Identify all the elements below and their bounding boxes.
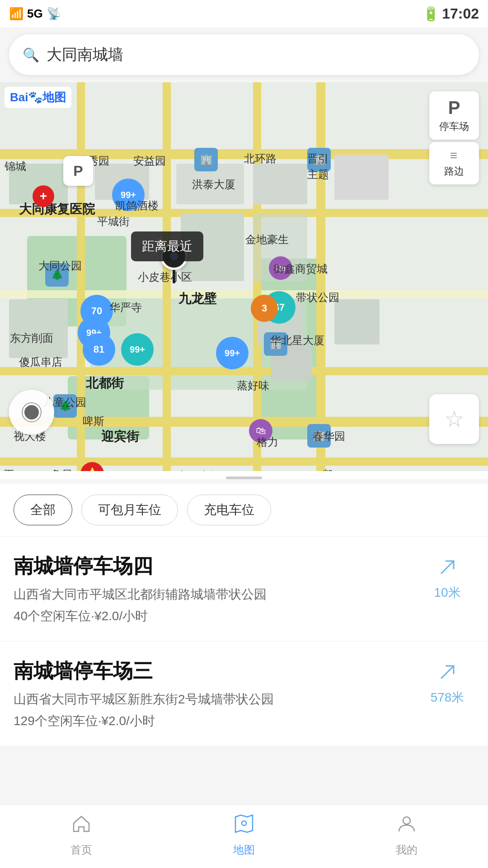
map-label-kaige: 凯鸽酒楼 [115,198,159,213]
map-label-huabei: 华北星大厦 [270,333,324,348]
filter-chip-monthly[interactable]: 可包月车位 [81,495,178,525]
filter-chip-charging[interactable]: 充电车位 [187,495,271,525]
search-input[interactable]: 大同南城墙 [47,44,123,65]
map-label-jinyin: 晋引 [307,151,329,166]
parking-detail-1: 40个空闲车位·¥2.0/小时 [14,608,420,625]
search-bar[interactable]: 🔍 大同南城墙 [9,34,479,75]
hospital-icon: + [33,185,54,207]
map-icon [234,813,254,839]
home-icon [71,813,92,839]
map-label-wuju: 务局 [51,467,72,471]
roadside-icon: ≡ [450,148,458,163]
nav-item-map[interactable]: 地图 [163,805,325,868]
svg-rect-11 [77,82,85,471]
map-label-jingcheng: 锦城 [5,159,26,174]
parking-name-1: 南城墙停车场四 [14,553,420,580]
distance-text-2: 578米 [431,689,465,706]
network-type: 5G [27,7,43,21]
parking-list: 南城墙停车场四 山西省大同市平城区北都街辅路城墙带状公园 40个空闲车位·¥2.… [0,537,488,746]
bottom-nav: 首页 地图 我的 [0,805,488,868]
parking-distance-2[interactable]: 578米 [420,658,474,706]
filter-bar: 全部 可包月车位 充电车位 [0,484,488,537]
parking-lot-icon: P [448,98,460,118]
map-label-zhenghaowei: 蒸好味 [237,378,269,393]
scroll-indicator [226,476,262,479]
building-badge-1[interactable]: 🏢 [194,148,218,171]
map-label-kai: 凯 [323,467,334,471]
parking-name-2: 南城墙停车场三 [14,658,420,684]
parking-addr-1: 山西省大同市平城区北都街辅路城墙带状公园 [14,586,420,603]
map-label-jindi: 金地豪生 [245,232,289,247]
svg-rect-19 [253,164,307,204]
nav-item-profile[interactable]: 我的 [325,805,488,868]
map-label-kangfu: 大同康复医院 [19,201,95,218]
map-label-ping: 平 [4,467,14,471]
nav-arrow-icon-1 [437,557,457,581]
location-button[interactable] [9,390,54,435]
svg-rect-8 [0,367,488,375]
svg-rect-14 [316,82,325,471]
svg-line-27 [441,666,454,679]
svg-rect-21 [334,155,389,200]
map-btn-roadside-label: 路边 [444,165,464,178]
nav-label-home: 首页 [70,843,92,857]
search-icon: 🔍 [23,47,39,63]
map-label-daizhuang: 带状公园 [296,290,339,305]
map-label-jiulong: 九龙壁 [178,290,216,307]
filter-chip-all[interactable]: 全部 [14,495,72,525]
parking-item-2[interactable]: 南城墙停车场三 山西省大同市平城区新胜东街2号城墙带状公园 129个空闲车位·¥… [0,642,488,746]
map-label-shagua: 傻瓜串店 [19,355,62,369]
svg-rect-25 [334,299,380,344]
parking-info-1: 南城墙停车场四 山西省大同市平城区北都街辅路城墙带状公园 40个空闲车位·¥2.… [14,553,420,625]
star-icon: ☆ [444,406,465,432]
parking-distance-1[interactable]: 10米 [420,553,474,601]
svg-rect-9 [0,417,488,427]
map-label-dongfang: 东方削面 [10,331,53,345]
cluster-badge-4[interactable]: 81 [83,333,115,366]
svg-point-29 [403,817,410,824]
wifi-icon: 📡 [47,7,61,21]
map-label-beidu: 北都街 [86,375,124,392]
svg-rect-23 [9,299,68,358]
scroll-indicator-wrap [0,471,488,479]
cluster-badge-6[interactable]: 99+ [216,337,249,369]
map-tooltip: 距离最近 [131,231,203,261]
map-label-pingcheng: 平城街 [97,214,130,229]
signal-icon: 📶 [9,7,23,21]
map-label-geli: 格力 [257,435,278,449]
parking-item-1[interactable]: 南城墙停车场四 山西省大同市平城区北都街辅路城墙带状公园 40个空闲车位·¥2.… [0,537,488,642]
favorite-button[interactable]: ☆ [429,394,479,444]
map-label-datong-park: 大同公园 [38,259,82,273]
map-label-zhuti: 主题 [307,167,329,182]
battery-icon: 🔋 [422,6,439,22]
map-btn-group: P 停车场 ≡ 路边 [429,91,479,184]
map-label-chunhua: 春华园 [313,429,345,443]
parking-detail-2: 129个空闲车位·¥2.0/小时 [14,712,420,730]
map-btn-parking[interactable]: P 停车场 [429,91,479,140]
distance-text-1: 10米 [434,584,460,601]
map-label-beihuan: 北环路 [244,151,277,166]
map-label-anyiyuan: 安益园 [133,154,166,168]
map-label-huayan: 华严寺 [109,300,142,315]
map-marker-stem [173,270,175,283]
parking-info-2: 南城墙停车场三 山西省大同市平城区新胜东街2号城墙带状公园 129个空闲车位·¥… [14,658,420,730]
map-label-yuxin: 御鑫商贸城 [273,262,328,276]
map-btn-roadside[interactable]: ≡ 路边 [429,142,479,184]
svg-point-28 [242,821,246,826]
parking-icon-topleft: P [63,156,93,186]
nav-label-map: 地图 [233,843,255,857]
cluster-badge-5[interactable]: 99+ [121,333,154,366]
svg-rect-10 [0,458,488,466]
status-bar: 📶 5G 📡 🔋 17:02 [0,0,488,27]
baidu-logo: Bai🐾地图 [5,87,71,108]
profile-icon [396,813,417,839]
nav-item-home[interactable]: 首页 [0,805,163,868]
map-label-yongtai: 永泰广场 [177,469,221,471]
map-label-yingbin: 迎宾街 [101,428,139,445]
nav-label-profile: 我的 [396,843,418,857]
map-container[interactable]: Bai🐾地图 P + 99+ 70 99+ 81 99+ 99+ 47 3 🛍 [0,82,488,471]
status-right: 🔋 17:02 [422,5,479,22]
location-dot [23,403,41,421]
cluster-badge-8[interactable]: 3 [251,295,278,322]
status-left: 📶 5G 📡 [9,7,61,21]
